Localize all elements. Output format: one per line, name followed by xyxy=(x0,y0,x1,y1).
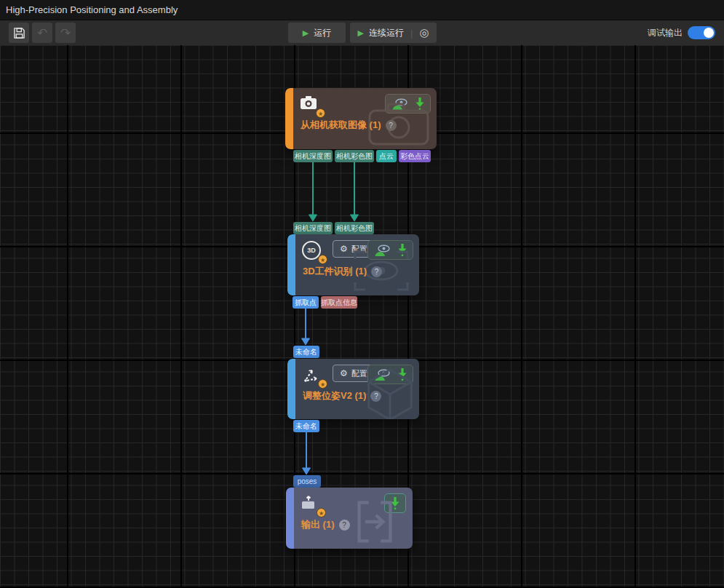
run-label: 运行 xyxy=(314,27,331,39)
star-badge-icon: ★ xyxy=(316,108,325,118)
edge-pick-point xyxy=(302,309,310,345)
node-title-text: 输出 (1) xyxy=(301,518,335,531)
step-run-icon[interactable] xyxy=(398,368,407,381)
continuous-run-button[interactable]: ▶ 连续运行 | ◎ xyxy=(350,23,437,43)
node-title-text: 3D工件识别 (1) xyxy=(303,265,367,278)
run-settings-icon[interactable]: ◎ xyxy=(419,26,429,39)
node-adjust-poses-v2[interactable]: ★ ⚙ 配置向导 xyxy=(287,359,419,419)
node-title: 从相机获取图像 (1) ? xyxy=(301,119,397,132)
node-capture-from-camera[interactable]: ★ xyxy=(285,88,437,149)
step-run-icon[interactable] xyxy=(415,97,424,111)
node-title: 调整位姿V2 (1) ? xyxy=(303,389,381,402)
run-button[interactable]: ▶ 运行 xyxy=(288,23,346,43)
node-capture-output-ports: 相机深度图 相机彩色图 点云 彩色点云 xyxy=(293,150,431,162)
node-category-strip xyxy=(285,88,293,149)
adjust-pose-icon: ★ xyxy=(302,365,324,386)
port-poses[interactable]: poses xyxy=(293,475,321,488)
node-3d-workpiece-recognition[interactable]: 3D ★ ⚙ 配置向导 xyxy=(287,234,419,295)
3d-recognition-icon: 3D ★ xyxy=(302,241,324,261)
node-recognition-output-ports: 抓取点 抓取点信息 xyxy=(293,296,357,309)
edge-poses xyxy=(303,432,311,474)
node-category-strip xyxy=(287,359,295,419)
port-pick-point[interactable]: 抓取点 xyxy=(293,296,319,309)
visualize-output-icon[interactable] xyxy=(391,98,409,111)
play-icon: ▶ xyxy=(303,28,309,38)
port-unnamed-in[interactable]: 未命名 xyxy=(293,346,319,358)
node-title-text: 从相机获取图像 (1) xyxy=(301,119,381,132)
gear-icon: ⚙ xyxy=(340,244,348,254)
node-output-input-ports: poses xyxy=(293,475,321,488)
node-title: 3D工件识别 (1) ? xyxy=(303,265,382,278)
save-button[interactable] xyxy=(9,23,29,43)
node-recognition-input-ports: 相机深度图 相机彩色图 xyxy=(293,222,374,234)
separator: | xyxy=(410,28,413,39)
node-output[interactable]: ★ 输出 (1) ? xyxy=(286,488,413,549)
help-icon[interactable]: ? xyxy=(339,520,350,531)
save-icon xyxy=(13,27,25,39)
port-unnamed-out[interactable]: 未命名 xyxy=(293,420,319,432)
redo-icon: ↷ xyxy=(60,25,71,41)
visualize-output-icon[interactable] xyxy=(374,244,391,257)
node-header-actions xyxy=(385,94,431,114)
node-header-actions xyxy=(367,365,413,384)
node-adjust-input-ports: 未命名 xyxy=(293,346,319,358)
app-window: High-Precision Positioning and Assembly … xyxy=(0,0,724,588)
help-icon[interactable]: ? xyxy=(370,391,381,402)
toolbar: ↶ ↷ ▶ 运行 ▶ 连续运行 | ◎ 调试输出 xyxy=(0,20,724,45)
star-badge-icon: ★ xyxy=(318,255,327,264)
step-run-icon[interactable] xyxy=(398,243,407,257)
window-title: High-Precision Positioning and Assembly xyxy=(6,0,178,20)
debug-output-toggle[interactable] xyxy=(688,26,715,39)
port-camera-depth-map[interactable]: 相机深度图 xyxy=(293,150,333,162)
help-icon[interactable]: ? xyxy=(386,120,397,131)
undo-icon: ↶ xyxy=(37,25,47,41)
star-badge-icon: ★ xyxy=(317,508,326,517)
node-header-actions xyxy=(367,240,413,260)
output-step-icon: ★ xyxy=(301,494,322,514)
star-badge-icon: ★ xyxy=(318,379,327,389)
port-point-cloud[interactable]: 点云 xyxy=(376,150,397,162)
node-category-strip xyxy=(286,488,294,549)
undo-button[interactable]: ↶ xyxy=(32,23,52,43)
node-title: 输出 (1) ? xyxy=(301,518,350,531)
edge-color-map xyxy=(351,162,359,221)
port-color-point-cloud[interactable]: 彩色点云 xyxy=(399,150,431,162)
redo-button[interactable]: ↷ xyxy=(55,23,76,43)
port-camera-depth-map-in[interactable]: 相机深度图 xyxy=(293,222,333,234)
camera-icon: ★ xyxy=(300,95,322,115)
play-icon: ▶ xyxy=(358,28,364,38)
toggle-knob xyxy=(704,28,714,38)
gear-icon: ⚙ xyxy=(340,368,348,378)
node-title-text: 调整位姿V2 (1) xyxy=(303,389,366,402)
help-icon[interactable]: ? xyxy=(371,266,382,277)
port-camera-color-map[interactable]: 相机彩色图 xyxy=(335,150,374,162)
continuous-run-label: 连续运行 xyxy=(369,27,404,39)
port-camera-color-map-in[interactable]: 相机彩色图 xyxy=(335,222,374,234)
debug-output-label: 调试输出 xyxy=(648,20,683,45)
graph-canvas[interactable]: ★ xyxy=(0,45,724,588)
node-category-strip xyxy=(287,234,295,295)
title-bar: High-Precision Positioning and Assembly xyxy=(0,0,724,20)
port-pick-point-info[interactable]: 抓取点信息 xyxy=(321,296,357,309)
step-run-icon[interactable] xyxy=(391,496,399,510)
edge-depth-map xyxy=(309,162,317,221)
visualize-output-icon[interactable] xyxy=(374,368,391,381)
node-header-actions xyxy=(384,493,406,513)
node-adjust-output-ports: 未命名 xyxy=(293,420,319,432)
